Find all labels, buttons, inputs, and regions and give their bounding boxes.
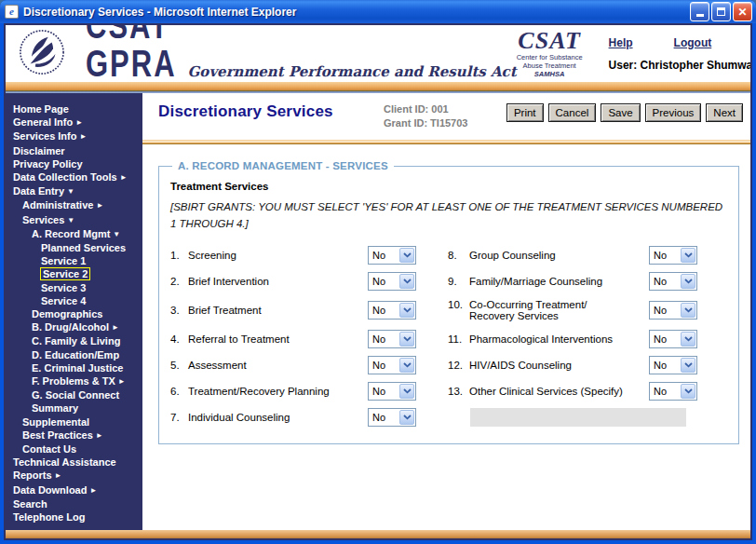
chevron-down-icon[interactable] xyxy=(681,303,695,318)
form-area: A. RECORD MANAGEMENT - SERVICES Treatmen… xyxy=(142,144,750,530)
close-icon: ✕ xyxy=(737,7,747,18)
maximize-icon xyxy=(717,7,725,16)
logged-in-user: User: Christopher Shumway xyxy=(609,59,752,72)
sidebar-item-service-2-active[interactable]: Service 2 xyxy=(13,267,141,280)
sidebar-item-search[interactable]: Search xyxy=(13,497,141,510)
sidebar-item-supplemental[interactable]: Supplemental xyxy=(13,415,141,428)
chevron-down-icon[interactable] xyxy=(681,248,695,263)
sidebar-item-service-3[interactable]: Service 3 xyxy=(13,281,141,294)
chevron-down-icon[interactable] xyxy=(399,274,414,289)
treatment-recovery-planning-select[interactable]: No xyxy=(368,382,416,401)
sidebar-item-label: Data Collection Tools xyxy=(13,171,117,183)
chevron-down-icon[interactable] xyxy=(399,410,414,425)
sidebar-item-best-practices[interactable]: Best Practices► xyxy=(13,428,141,442)
other-clinical-services-select[interactable]: No xyxy=(649,382,697,401)
minimize-button[interactable] xyxy=(690,2,709,21)
treatment-services-subtitle: Treatment Services xyxy=(170,181,727,192)
chevron-down-icon[interactable] xyxy=(681,332,695,347)
assessment-select[interactable]: No xyxy=(368,356,416,374)
select-value: No xyxy=(369,360,398,371)
service-label: 1.Screening xyxy=(170,250,368,261)
service-label: 5.Assessment xyxy=(170,360,368,371)
sidebar-item-privacy-policy[interactable]: Privacy Policy xyxy=(13,157,141,170)
service-label: 10.Co-Occurring Treatment/Recovery Servi… xyxy=(448,299,649,321)
sidebar-item-label: E. Criminal Justice xyxy=(32,362,123,374)
sidebar-item-service-4[interactable]: Service 4 xyxy=(13,294,141,307)
other-clinical-specify-input[interactable] xyxy=(470,408,686,427)
hiv-aids-counseling-select[interactable]: No xyxy=(649,356,697,374)
chevron-down-icon[interactable] xyxy=(399,248,414,263)
sidebar-item-administrative[interactable]: Administrative► xyxy=(13,198,141,212)
sidebar-item-planned-services[interactable]: Planned Services xyxy=(13,241,141,254)
logout-link[interactable]: Logout xyxy=(674,36,712,49)
chevron-down-icon[interactable] xyxy=(681,358,695,373)
sidebar-item-f-problems-tx[interactable]: F. Problems & TX► xyxy=(13,374,141,388)
sidebar-item-b-drug-alcohol[interactable]: B. Drug/Alcohol► xyxy=(13,320,141,334)
family-marriage-counseling-select[interactable]: No xyxy=(649,272,697,291)
sidebar-nav: Home Page General Info► Services Info► D… xyxy=(6,93,142,530)
sidebar-item-label: Services xyxy=(22,214,64,225)
sidebar-item-disclaimer[interactable]: Disclaimer xyxy=(13,144,141,157)
print-button[interactable]: Print xyxy=(506,103,544,122)
sidebar-item-g-social-connect[interactable]: G. Social Connect xyxy=(13,388,141,401)
sidebar-item-general-info[interactable]: General Info► xyxy=(13,116,141,129)
screening-select[interactable]: No xyxy=(368,246,416,265)
sidebar-item-e-criminal-justice[interactable]: E. Criminal Justice xyxy=(13,361,141,374)
sidebar-item-label: Home Page xyxy=(13,103,69,115)
chevron-down-icon[interactable] xyxy=(399,358,414,373)
individual-counseling-select[interactable]: No xyxy=(368,408,416,427)
co-occurring-treatment-select[interactable]: No xyxy=(649,301,697,320)
sidebar-item-telephone-log[interactable]: Telephone Log xyxy=(13,510,141,524)
select-value: No xyxy=(369,412,398,423)
sidebar-item-technical-assistance[interactable]: Technical Assistance xyxy=(13,456,141,469)
page-title: Discretionary Services xyxy=(158,102,384,121)
main-content: Discretionary Services Client ID: 001 Gr… xyxy=(142,93,750,530)
chevron-down-icon[interactable] xyxy=(399,384,414,399)
previous-button[interactable]: Previous xyxy=(645,103,702,122)
group-counseling-select[interactable]: No xyxy=(649,246,697,265)
brief-intervention-select[interactable]: No xyxy=(368,272,416,291)
sidebar-item-services[interactable]: Services▼ xyxy=(13,213,141,227)
sidebar-item-data-download[interactable]: Data Download► xyxy=(13,483,141,497)
sidebar-item-d-education-emp[interactable]: D. Education/Emp xyxy=(13,348,141,361)
app-brand: CSAT GPRA Government Performance and Res… xyxy=(86,25,517,83)
chevron-down-icon[interactable] xyxy=(399,332,414,347)
sidebar-item-data-entry[interactable]: Data Entry▼ xyxy=(13,184,141,198)
submenu-arrow-icon: ► xyxy=(118,377,126,386)
help-link[interactable]: Help xyxy=(609,36,633,49)
save-button[interactable]: Save xyxy=(601,103,640,122)
sidebar-item-data-collection-tools[interactable]: Data Collection Tools► xyxy=(13,170,141,184)
sidebar-item-label: D. Education/Emp xyxy=(32,349,119,360)
chevron-down-icon[interactable] xyxy=(399,303,414,318)
service-label: 9.Family/Marriage Counseling xyxy=(448,276,649,287)
next-button[interactable]: Next xyxy=(706,103,743,122)
sidebar-item-label: C. Family & Living xyxy=(32,335,120,347)
submenu-arrow-icon: ► xyxy=(89,486,97,495)
sidebar-item-label: Best Practices xyxy=(22,429,93,441)
select-value: No xyxy=(650,360,680,371)
select-value: No xyxy=(369,333,398,345)
sidebar-item-c-family-living[interactable]: C. Family & Living xyxy=(13,334,141,347)
cancel-button[interactable]: Cancel xyxy=(548,103,597,122)
sidebar-item-a-record-mgmt[interactable]: A. Record Mgmt▼ xyxy=(13,227,141,241)
sidebar-item-label: Privacy Policy xyxy=(13,158,83,170)
close-button[interactable]: ✕ xyxy=(733,2,752,21)
sidebar-item-home-page[interactable]: Home Page xyxy=(13,102,141,116)
maximize-button[interactable] xyxy=(711,2,731,21)
sidebar-item-service-1[interactable]: Service 1 xyxy=(13,254,141,267)
referral-to-treatment-select[interactable]: No xyxy=(368,330,416,348)
sidebar-item-demographics[interactable]: Demographics xyxy=(13,307,141,320)
title-bar[interactable]: e Discretionary Services - Microsoft Int… xyxy=(0,0,756,23)
submenu-arrow-icon: ► xyxy=(79,132,87,141)
sidebar-item-summary[interactable]: Summary xyxy=(13,401,141,415)
pharmacological-interventions-select[interactable]: No xyxy=(649,330,697,348)
sidebar-item-services-info[interactable]: Services Info► xyxy=(13,129,141,143)
sidebar-item-label: Planned Services xyxy=(41,242,126,253)
chevron-down-icon[interactable] xyxy=(681,274,695,289)
sidebar-item-contact-us[interactable]: Contact Us xyxy=(13,442,141,456)
csat-logo-line2: Abuse Treatment xyxy=(517,61,583,70)
submenu-arrow-icon: ► xyxy=(120,173,128,182)
sidebar-item-reports[interactable]: Reports► xyxy=(13,469,141,483)
brief-treatment-select[interactable]: No xyxy=(368,301,416,320)
chevron-down-icon[interactable] xyxy=(681,384,695,399)
